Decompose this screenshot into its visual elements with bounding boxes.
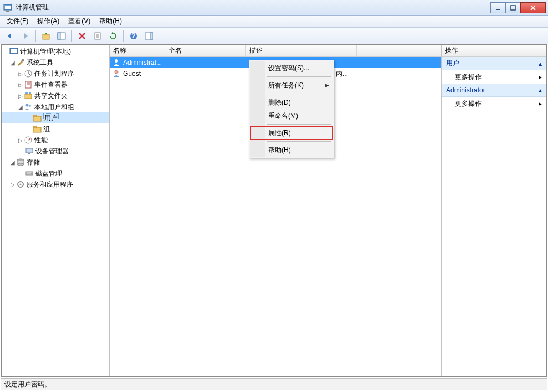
toolbar: ? [0,28,548,44]
svg-rect-2 [6,11,9,12]
action-more-users[interactable]: 更多操作 ▸ [442,70,546,84]
tree-label: 磁盘管理 [35,169,62,178]
svg-rect-3 [496,9,500,10]
menu-help[interactable]: 帮助(H) [95,16,126,27]
tree-device-manager[interactable]: 设备管理器 [2,146,109,157]
tree-label: 本地用户和组 [34,102,74,112]
tree-system-tools[interactable]: ◢ 系统工具 [2,57,109,68]
ctx-help[interactable]: 帮助(H) [250,143,332,157]
menu-action[interactable]: 操作(A) [33,16,64,27]
maximize-button[interactable] [505,2,521,13]
tree-task-scheduler[interactable]: ▷ 任务计划程序 [2,68,109,79]
svg-text:?: ? [131,32,135,40]
app-icon [3,3,12,12]
actions-section-users[interactable]: 用户 ▴ [442,57,546,70]
status-text: 设定用户密码。 [4,380,51,389]
ctx-all-tasks[interactable]: 所有任务(K)▶ [250,79,332,92]
tree-local-users-groups[interactable]: ◢ 本地用户和组 [2,101,109,112]
status-bar: 设定用户密码。 [1,378,547,390]
menu-bar: 文件(F) 操作(A) 查看(V) 帮助(H) [0,16,548,28]
svg-rect-4 [511,6,515,10]
users-icon [24,102,33,111]
desc-peek: 内... [336,69,348,79]
tree-users[interactable]: 用户 [2,112,109,123]
section-label: Administrator [446,86,485,94]
svg-rect-15 [150,33,153,39]
ctx-delete[interactable]: 删除(D) [250,96,332,109]
tree-label: 计算机管理(本地) [20,47,71,56]
action-more-administrator[interactable]: 更多操作 ▸ [442,97,546,110]
folder-icon [33,114,42,122]
tree-event-viewer[interactable]: ▷ 事件查看器 [2,79,109,90]
folder-icon [33,125,42,133]
tree-label: 存储 [27,158,40,167]
event-icon [24,80,33,89]
column-name[interactable]: 名称 [110,45,165,56]
close-button[interactable] [520,2,546,13]
show-hide-action-pane-button[interactable] [142,29,156,43]
navigation-tree[interactable]: 计算机管理(本地) ◢ 系统工具 ▷ 任务计划程序 ▷ 事件查看器 ▷ 共享文件… [2,45,110,376]
toolbar-separator [35,30,36,42]
tree-groups[interactable]: 组 [2,123,109,135]
expander-icon[interactable]: ▷ [9,182,16,188]
ctx-label: 所有任务(K) [268,81,304,90]
expander-icon[interactable]: ▷ [17,93,24,99]
ctx-label: 重命名(M) [268,111,298,121]
svg-rect-1 [5,6,11,9]
ctx-separator [267,124,331,125]
submenu-arrow-icon: ▸ [539,100,542,107]
menu-file[interactable]: 文件(F) [2,16,33,27]
tree-performance[interactable]: ▷ 性能 [2,135,109,146]
tree-label: 共享文件夹 [34,91,68,101]
submenu-arrow-icon: ▶ [325,82,329,88]
expander-icon[interactable]: ◢ [9,159,16,166]
ctx-label: 帮助(H) [268,146,291,155]
tree-label: 组 [43,125,50,134]
minimize-button[interactable] [490,2,506,13]
collapse-icon[interactable]: ▴ [539,60,542,68]
device-icon [25,147,34,156]
column-desc[interactable]: 描述 [246,45,357,56]
ctx-set-password[interactable]: 设置密码(S)... [250,61,332,75]
svg-rect-33 [26,148,33,153]
up-button[interactable] [39,29,53,43]
expander-icon[interactable]: ▷ [17,82,24,88]
properties-button[interactable] [91,29,104,43]
delete-button[interactable] [75,29,89,43]
help-button[interactable]: ? [127,29,140,43]
forward-button[interactable] [19,29,32,43]
svg-point-25 [29,92,31,94]
svg-point-26 [26,104,29,107]
actions-section-administrator[interactable]: Administrator ▴ [442,84,546,97]
collapse-icon[interactable]: ▴ [539,86,542,94]
ctx-rename[interactable]: 重命名(M) [250,109,332,122]
ctx-properties[interactable]: 属性(R) [250,126,332,140]
ctx-label: 属性(R) [268,128,291,138]
svg-point-43 [115,70,118,74]
tree-label: 服务和应用程序 [27,180,73,189]
clock-icon [24,69,33,78]
tree-shared-folders[interactable]: ▷ 共享文件夹 [2,90,109,101]
menu-view[interactable]: 查看(V) [64,16,95,27]
expander-icon[interactable]: ◢ [17,104,24,110]
svg-point-18 [22,59,24,62]
back-button[interactable] [3,29,17,43]
column-fullname[interactable]: 全名 [165,45,246,56]
tree-storage[interactable]: ◢ 存储 [2,157,109,168]
submenu-arrow-icon: ▸ [539,73,542,81]
tree-services-apps[interactable]: ▷ 服务和应用程序 [2,179,109,190]
svg-point-24 [25,92,28,94]
perf-icon [24,136,33,145]
refresh-button[interactable] [106,29,120,43]
section-label: 用户 [446,59,459,68]
expander-icon[interactable]: ▷ [17,137,24,143]
expander-icon[interactable]: ▷ [17,71,24,77]
svg-point-27 [29,105,31,107]
expander-icon[interactable]: ◢ [9,60,16,66]
action-label: 更多操作 [455,99,482,109]
tree-disk-management[interactable]: 磁盘管理 [2,168,109,179]
disk-icon [25,169,34,178]
tree-label: 系统工具 [27,58,53,68]
tree-root[interactable]: 计算机管理(本地) [2,46,109,57]
show-hide-tree-button[interactable] [55,29,68,43]
